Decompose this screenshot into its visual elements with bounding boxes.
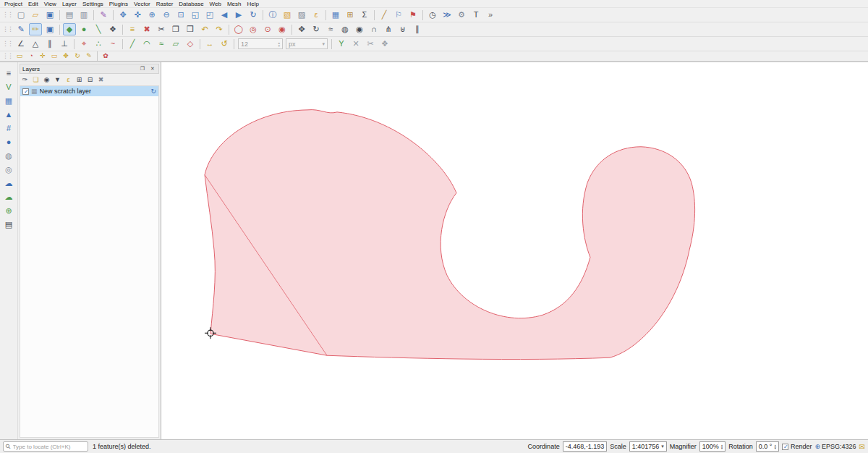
add-vector-layer-icon[interactable]: V bbox=[2, 81, 15, 93]
zoom-out-icon[interactable]: ⊖ bbox=[160, 9, 173, 21]
split-features-icon[interactable]: ⋔ bbox=[382, 23, 395, 35]
zoom-to-selection-icon[interactable]: ◱ bbox=[189, 9, 202, 21]
render-checkbox[interactable] bbox=[782, 444, 788, 450]
rotate-label-tool-icon[interactable]: ↻ bbox=[72, 52, 82, 61]
save-project-icon[interactable]: ▣ bbox=[43, 9, 56, 21]
enable-advanced-digitizing-icon[interactable]: ∠ bbox=[14, 38, 27, 50]
move-label-diagram-icon[interactable]: ✥ bbox=[61, 52, 71, 61]
menu-item-project[interactable]: Project bbox=[1, 1, 25, 7]
move-label-icon[interactable]: ↔ bbox=[203, 38, 216, 50]
stream-digitizing-icon[interactable]: ≈ bbox=[155, 38, 168, 50]
menu-item-edit[interactable]: Edit bbox=[25, 1, 41, 7]
highlight-pinned-labels-icon[interactable]: ▭ bbox=[49, 52, 59, 61]
processing-toolbox-icon[interactable]: ⚙ bbox=[455, 9, 468, 21]
vertex-tool-icon[interactable]: ❖ bbox=[106, 23, 119, 35]
metasearch-icon[interactable]: ▤ bbox=[2, 219, 15, 231]
zoom-full-icon[interactable]: ⊡ bbox=[174, 9, 187, 21]
digitize-curve-icon[interactable]: ◠ bbox=[140, 38, 153, 50]
digitize-segment-icon[interactable]: ╱ bbox=[126, 38, 139, 50]
add-postgis-layer-icon[interactable]: ● bbox=[2, 136, 15, 148]
menu-item-settings[interactable]: Settings bbox=[80, 1, 106, 7]
text-annotation-icon[interactable]: T bbox=[469, 9, 482, 21]
menu-item-help[interactable]: Help bbox=[244, 1, 261, 7]
pan-to-selection-icon[interactable]: ✜ bbox=[131, 9, 144, 21]
clear-style-icon[interactable]: ✕ bbox=[349, 38, 362, 50]
copy-features-icon[interactable]: ❐ bbox=[169, 23, 182, 35]
add-mesh-layer-icon[interactable]: ▲ bbox=[2, 109, 15, 121]
map-tips-icon[interactable]: ⚐ bbox=[392, 9, 405, 21]
open-layer-styling-icon[interactable]: ✑ bbox=[20, 75, 30, 85]
rotate-feature-icon[interactable]: ↻ bbox=[310, 23, 323, 35]
zoom-in-icon[interactable]: ⊕ bbox=[145, 9, 158, 21]
perpendicular-constraint-icon[interactable]: ⊥ bbox=[58, 38, 71, 50]
construction-mode-icon[interactable]: △ bbox=[29, 38, 42, 50]
render-toggle[interactable]: Render bbox=[782, 443, 812, 450]
remove-layer-icon[interactable]: ✖ bbox=[95, 75, 106, 85]
menu-item-layer[interactable]: Layer bbox=[59, 1, 80, 7]
menu-item-view[interactable]: View bbox=[41, 1, 59, 7]
scale-combobox[interactable]: 1:401756 ▾ bbox=[629, 441, 667, 452]
toolbar-handle[interactable]: ⋮⋮ bbox=[2, 41, 12, 47]
add-delimited-text-icon[interactable]: # bbox=[2, 122, 15, 135]
simplify-feature-icon[interactable]: ≈ bbox=[324, 23, 337, 35]
circle-2points-icon[interactable]: ◯ bbox=[232, 23, 245, 35]
crs-status-button[interactable]: ⊕ EPSG:4326 bbox=[815, 443, 856, 450]
select-by-expression-icon[interactable]: ε bbox=[310, 9, 323, 21]
menu-item-mesh[interactable]: Mesh bbox=[224, 1, 244, 7]
current-edits-icon[interactable]: ✎ bbox=[14, 23, 27, 35]
field-calculator-icon[interactable]: ⊞ bbox=[344, 9, 357, 21]
add-wms-layer-icon[interactable]: ☁ bbox=[2, 177, 15, 190]
add-raster-layer-icon[interactable]: ▦ bbox=[2, 95, 15, 107]
log-messages-icon[interactable]: ✉ bbox=[859, 443, 865, 451]
menu-item-plugins[interactable]: Plugins bbox=[106, 1, 131, 7]
temporal-controller-icon[interactable]: ◷ bbox=[426, 9, 439, 21]
coordinate-field[interactable]: -4.468,-1.193 bbox=[563, 441, 608, 452]
new-print-layout-icon[interactable]: ▤ bbox=[63, 9, 76, 21]
zoom-to-layer-icon[interactable]: ◰ bbox=[203, 9, 216, 21]
offset-curve-icon[interactable]: ∥ bbox=[411, 23, 424, 35]
toolbar-handle[interactable]: ⋮⋮ bbox=[2, 53, 12, 59]
add-ring-icon[interactable]: ◍ bbox=[339, 23, 352, 35]
rotate-label-icon[interactable]: ↺ bbox=[218, 38, 231, 50]
open-project-icon[interactable]: ▱ bbox=[29, 9, 42, 21]
manage-map-themes-icon[interactable]: ◉ bbox=[41, 75, 52, 85]
paste-features-icon[interactable]: ❒ bbox=[184, 23, 197, 35]
digitize-shape-icon[interactable]: ▱ bbox=[169, 38, 182, 50]
toggle-editing-icon[interactable]: ✏ bbox=[29, 23, 42, 35]
merge-features-icon[interactable]: ⊎ bbox=[396, 23, 409, 35]
add-line-feature-icon[interactable]: ╲ bbox=[92, 23, 105, 35]
font-size-spinbox[interactable]: 12 ▴▾ bbox=[238, 38, 283, 49]
cut-features-icon[interactable]: ✂ bbox=[155, 23, 168, 35]
circle-center-point-icon[interactable]: ⊙ bbox=[261, 23, 274, 35]
delete-selected-icon[interactable]: ✖ bbox=[140, 23, 153, 35]
python-console-icon[interactable]: ≫ bbox=[441, 9, 454, 21]
refresh-map-icon[interactable]: ↻ bbox=[247, 9, 260, 21]
layer-diagram-icon[interactable]: ◔ bbox=[26, 52, 36, 61]
add-part-icon[interactable]: ◉ bbox=[353, 23, 366, 35]
filter-legend-icon[interactable]: ▼ bbox=[52, 75, 63, 85]
menu-item-vector[interactable]: Vector bbox=[131, 1, 153, 7]
measure-line-icon[interactable]: ╱ bbox=[378, 9, 391, 21]
geometry-check-icon[interactable]: ❖ bbox=[378, 38, 391, 50]
pan-map-icon[interactable]: ✥ bbox=[116, 9, 129, 21]
new-bookmark-icon[interactable]: ⚑ bbox=[407, 9, 420, 21]
close-panel-icon[interactable]: ✕ bbox=[149, 65, 156, 72]
locate-input[interactable] bbox=[13, 444, 85, 450]
identify-features-icon[interactable]: ⓘ bbox=[266, 9, 279, 21]
layer-item-new-scratch-layer[interactable]: ▦ New scratch layer ↻ bbox=[20, 86, 158, 96]
font-unit-combobox[interactable]: px ▾ bbox=[286, 38, 328, 49]
expand-all-icon[interactable]: ⊞ bbox=[74, 75, 85, 85]
toolbar-handle[interactable]: ⋮⋮ bbox=[2, 26, 12, 33]
parallel-constraint-icon[interactable]: ∥ bbox=[43, 38, 56, 50]
paste-style-icon[interactable]: Y bbox=[335, 38, 348, 50]
data-source-manager-icon[interactable]: ≡ bbox=[2, 67, 15, 80]
collapse-all-icon[interactable]: ⊟ bbox=[85, 75, 95, 85]
toolbar-overflow-icon[interactable]: » bbox=[484, 9, 497, 21]
menu-item-web[interactable]: Web bbox=[207, 1, 224, 7]
layer-visibility-checkbox[interactable] bbox=[22, 88, 29, 95]
add-polygon-feature-icon[interactable]: ◆ bbox=[63, 23, 76, 35]
reshape-features-icon[interactable]: ∩ bbox=[367, 23, 380, 35]
toolbar-handle[interactable]: ⋮⋮ bbox=[2, 12, 12, 18]
style-manager-icon[interactable]: ✎ bbox=[97, 9, 110, 21]
deselect-features-icon[interactable]: ▨ bbox=[295, 9, 308, 21]
